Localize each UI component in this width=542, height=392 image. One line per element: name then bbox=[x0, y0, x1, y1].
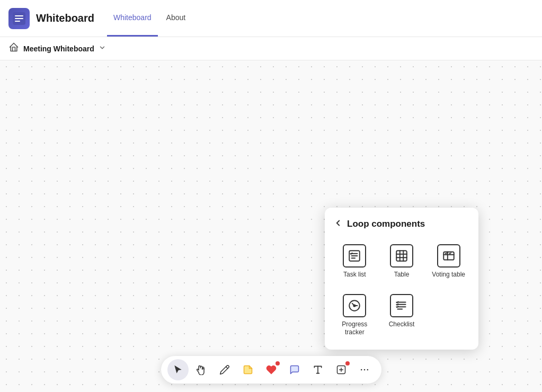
pen-button[interactable] bbox=[214, 359, 235, 380]
loop-popup-title: Loop components bbox=[347, 219, 425, 229]
progress-tracker-label: Progress tracker bbox=[335, 320, 374, 337]
sticky-note-button[interactable] bbox=[237, 359, 259, 380]
loop-item-progress-tracker[interactable]: Progress tracker bbox=[333, 290, 376, 341]
app-title: Whiteboard bbox=[36, 12, 94, 24]
app-logo bbox=[8, 8, 30, 29]
checklist-label: Checklist bbox=[389, 320, 415, 329]
breadcrumb-chevron-icon[interactable] bbox=[99, 44, 106, 53]
checklist-icon bbox=[390, 294, 413, 317]
comment-button[interactable] bbox=[284, 359, 305, 380]
svg-point-15 bbox=[360, 369, 362, 371]
tab-whiteboard[interactable]: Whiteboard bbox=[107, 0, 158, 37]
home-icon[interactable] bbox=[8, 42, 19, 55]
react-badge bbox=[276, 361, 280, 366]
loop-back-button[interactable] bbox=[333, 218, 343, 229]
react-button[interactable] bbox=[261, 359, 282, 380]
loop-item-checklist[interactable]: Checklist bbox=[380, 290, 423, 341]
bottom-toolbar bbox=[161, 356, 381, 384]
table-icon bbox=[390, 244, 413, 268]
svg-point-11 bbox=[354, 305, 356, 306]
task-list-label: Task list bbox=[343, 271, 366, 279]
loop-item-task-list[interactable]: Task list bbox=[333, 240, 376, 283]
loop-popup-header: Loop components bbox=[333, 218, 470, 229]
text-button[interactable] bbox=[307, 359, 328, 380]
hand-button[interactable] bbox=[191, 359, 212, 380]
loop-items-row1: Task list Table bbox=[333, 240, 470, 283]
canvas-area[interactable]: Loop components Task list bbox=[0, 60, 542, 392]
select-button[interactable] bbox=[167, 359, 189, 380]
nav-tabs: Whiteboard About bbox=[107, 0, 192, 37]
loop-popup: Loop components Task list bbox=[325, 208, 478, 350]
loop-items-row2: Progress tracker Checklist bbox=[333, 290, 470, 341]
table-label: Table bbox=[394, 271, 410, 279]
loop-button[interactable] bbox=[331, 359, 352, 380]
tab-about[interactable]: About bbox=[160, 0, 192, 37]
loop-badge bbox=[345, 361, 350, 366]
more-button[interactable] bbox=[354, 359, 375, 380]
task-list-icon bbox=[343, 244, 366, 268]
svg-rect-2 bbox=[396, 251, 407, 261]
svg-point-16 bbox=[363, 369, 365, 371]
voting-table-icon bbox=[437, 244, 460, 268]
breadcrumb-title: Meeting Whiteboard bbox=[23, 44, 94, 53]
title-bar: Whiteboard Whiteboard About bbox=[0, 0, 542, 37]
loop-item-voting-table[interactable]: Voting table bbox=[427, 240, 470, 283]
voting-table-label: Voting table bbox=[432, 271, 465, 279]
loop-item-table[interactable]: Table bbox=[380, 240, 423, 283]
progress-tracker-icon bbox=[343, 294, 366, 317]
breadcrumb-bar: Meeting Whiteboard bbox=[0, 37, 542, 60]
svg-point-17 bbox=[367, 369, 368, 371]
